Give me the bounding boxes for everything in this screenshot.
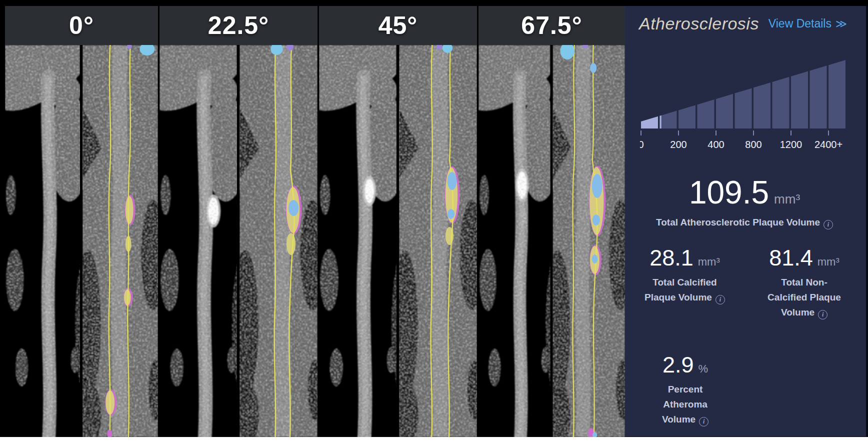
percent-atheroma-stat: 2.9% Percent Atheroma Volume xyxy=(625,352,746,427)
total-plaque-value: 109.5 xyxy=(689,174,769,210)
ct-panel-3-image[interactable] xyxy=(478,45,625,437)
page-bottom-margin xyxy=(0,437,868,443)
ct-panel-3-header: 67.5° xyxy=(478,6,625,45)
percent-atheroma-line2: Atheroma xyxy=(625,397,746,412)
calcified-label-line1: Total Calcified xyxy=(625,275,744,290)
plaque-scale-chart: 020040080012002400+ xyxy=(640,54,847,151)
noncalcified-label: Total Non- Calcified Plaque Volume xyxy=(744,275,864,320)
angle-label-2: 45° xyxy=(378,11,418,40)
svg-text:0: 0 xyxy=(640,139,644,150)
percent-atheroma-line3: Volume xyxy=(625,412,746,427)
angle-label-1: 22.5° xyxy=(208,11,269,40)
noncalcified-label-line2: Calcified Plaque xyxy=(744,290,864,305)
calcified-plaque-stat: 28.1mm³ Total Calcified Plaque Volume xyxy=(625,245,744,320)
percent-atheroma-label: Percent Atheroma Volume xyxy=(625,382,746,427)
calcified-label: Total Calcified Plaque Volume xyxy=(625,275,744,305)
angle-label-0: 0° xyxy=(69,11,94,40)
ct-panel-0: 0° xyxy=(5,6,160,437)
view-details-label: View Details xyxy=(768,17,832,30)
ct-panel-2-image[interactable] xyxy=(319,45,477,437)
percent-atheroma-line1: Percent xyxy=(625,382,746,397)
ct-panel-2: 45° xyxy=(319,6,478,437)
plaque-breakdown: 28.1mm³ Total Calcified Plaque Volume 81… xyxy=(625,245,864,320)
calcified-label-line2: Plaque Volume xyxy=(625,290,744,305)
percent-atheroma-unit: % xyxy=(698,362,708,375)
info-icon[interactable] xyxy=(716,295,725,304)
ct-panel-0-image[interactable] xyxy=(5,45,158,437)
angle-label-3: 67.5° xyxy=(521,11,582,40)
percent-atheroma-value: 2.9 xyxy=(662,352,694,378)
svg-text:1200: 1200 xyxy=(780,139,802,150)
svg-text:400: 400 xyxy=(708,139,724,150)
double-chevron-right-icon: ≫ xyxy=(836,18,846,30)
sidebar-header: Atherosclerosis View Details≫ xyxy=(625,14,864,34)
view-details-link[interactable]: View Details≫ xyxy=(768,17,846,30)
total-plaque-unit: mm³ xyxy=(774,192,800,206)
total-plaque-stat: 109.5mm³ xyxy=(625,175,864,218)
total-plaque-label: Total Atherosclerotic Plaque Volume xyxy=(625,215,864,230)
total-plaque-label-text: Total Atherosclerotic Plaque Volume xyxy=(656,217,820,228)
svg-text:200: 200 xyxy=(670,139,686,150)
ct-panel-3: 67.5° xyxy=(478,6,625,437)
ct-panel-0-header: 0° xyxy=(5,6,158,45)
ct-panel-1-header: 22.5° xyxy=(160,6,318,45)
noncalcified-value: 81.4 xyxy=(769,245,813,270)
noncalcified-unit: mm³ xyxy=(818,256,840,268)
ct-panel-1: 22.5° xyxy=(160,6,319,437)
svg-text:800: 800 xyxy=(745,139,762,150)
plaque-scale-chart-wrap: 020040080012002400+ xyxy=(640,54,847,151)
atherosclerosis-panel: Atherosclerosis View Details≫ 0200400800… xyxy=(625,6,868,436)
info-icon[interactable] xyxy=(818,310,828,320)
calcified-value: 28.1 xyxy=(650,245,694,270)
ct-panel-2-header: 45° xyxy=(319,6,477,45)
noncalcified-label-line3: Volume xyxy=(744,305,864,320)
calcified-unit: mm³ xyxy=(698,256,720,268)
panel-title: Atherosclerosis xyxy=(639,14,759,34)
info-icon[interactable] xyxy=(824,220,833,230)
svg-text:2400+: 2400+ xyxy=(814,139,842,150)
info-icon[interactable] xyxy=(699,417,708,426)
noncalcified-label-line1: Total Non- xyxy=(744,275,864,290)
noncalcified-plaque-stat: 81.4mm³ Total Non- Calcified Plaque Volu… xyxy=(744,245,864,320)
ct-panel-1-image[interactable] xyxy=(160,45,318,437)
ct-viewer: 0° 22.5° 45° 67.5° Atherosclerosis View … xyxy=(0,0,868,437)
